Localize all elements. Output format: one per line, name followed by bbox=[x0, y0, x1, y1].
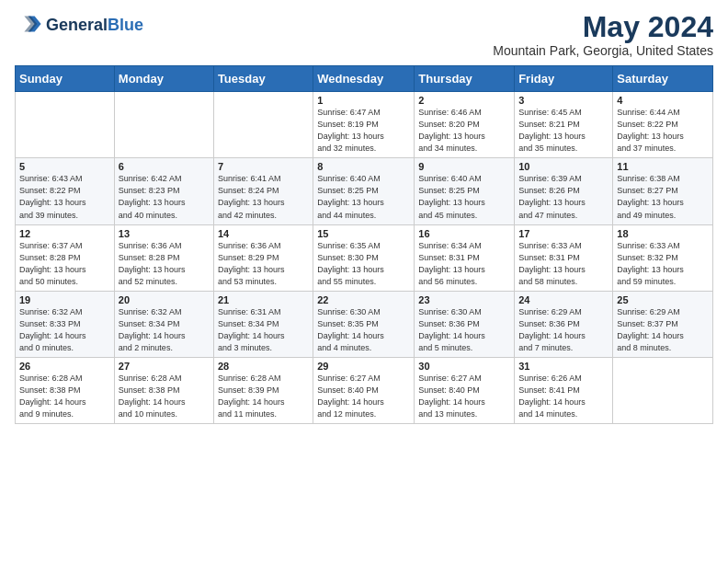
logo-text: GeneralBlue bbox=[46, 17, 143, 35]
calendar-cell: 22Sunrise: 6:30 AM Sunset: 8:35 PM Dayli… bbox=[313, 291, 415, 357]
day-info: Sunrise: 6:27 AM Sunset: 8:40 PM Dayligh… bbox=[418, 373, 510, 420]
day-number: 27 bbox=[119, 361, 210, 372]
day-number: 31 bbox=[518, 361, 609, 372]
day-info: Sunrise: 6:45 AM Sunset: 8:21 PM Dayligh… bbox=[518, 107, 609, 155]
calendar-header-thursday: Thursday bbox=[415, 66, 515, 92]
day-number: 22 bbox=[317, 294, 410, 305]
calendar-cell: 7Sunrise: 6:41 AM Sunset: 8:24 PM Daylig… bbox=[213, 158, 313, 224]
day-number: 13 bbox=[119, 228, 210, 239]
day-number: 23 bbox=[418, 294, 510, 305]
day-number: 8 bbox=[317, 161, 410, 172]
day-info: Sunrise: 6:44 AM Sunset: 8:22 PM Dayligh… bbox=[617, 107, 709, 155]
day-number: 20 bbox=[119, 294, 210, 305]
day-number: 24 bbox=[518, 294, 609, 305]
calendar-cell: 5Sunrise: 6:43 AM Sunset: 8:22 PM Daylig… bbox=[16, 158, 115, 224]
calendar-cell: 4Sunrise: 6:44 AM Sunset: 8:22 PM Daylig… bbox=[613, 92, 713, 158]
day-info: Sunrise: 6:29 AM Sunset: 8:37 PM Dayligh… bbox=[617, 306, 709, 354]
calendar-cell: 16Sunrise: 6:34 AM Sunset: 8:31 PM Dayli… bbox=[415, 224, 515, 291]
calendar-cell: 28Sunrise: 6:28 AM Sunset: 8:39 PM Dayli… bbox=[213, 357, 313, 423]
day-number: 29 bbox=[317, 361, 410, 372]
calendar-cell: 21Sunrise: 6:31 AM Sunset: 8:34 PM Dayli… bbox=[213, 291, 313, 357]
day-info: Sunrise: 6:29 AM Sunset: 8:36 PM Dayligh… bbox=[518, 306, 609, 354]
main-title: May 2024 bbox=[493, 11, 713, 43]
calendar-table: SundayMondayTuesdayWednesdayThursdayFrid… bbox=[15, 65, 713, 424]
day-number: 3 bbox=[518, 95, 609, 106]
calendar-cell: 29Sunrise: 6:27 AM Sunset: 8:40 PM Dayli… bbox=[313, 357, 415, 423]
day-number: 9 bbox=[418, 161, 510, 172]
day-number: 25 bbox=[617, 294, 709, 305]
calendar-cell: 23Sunrise: 6:30 AM Sunset: 8:36 PM Dayli… bbox=[415, 291, 515, 357]
calendar-week-row: 1Sunrise: 6:47 AM Sunset: 8:19 PM Daylig… bbox=[16, 92, 713, 158]
subtitle: Mountain Park, Georgia, United States bbox=[493, 43, 713, 58]
calendar-header-sunday: Sunday bbox=[16, 66, 115, 92]
day-info: Sunrise: 6:42 AM Sunset: 8:23 PM Dayligh… bbox=[119, 173, 210, 221]
calendar-week-row: 5Sunrise: 6:43 AM Sunset: 8:22 PM Daylig… bbox=[16, 158, 713, 224]
calendar-cell: 14Sunrise: 6:36 AM Sunset: 8:29 PM Dayli… bbox=[213, 224, 313, 291]
day-info: Sunrise: 6:37 AM Sunset: 8:28 PM Dayligh… bbox=[19, 240, 110, 288]
calendar-header-row: SundayMondayTuesdayWednesdayThursdayFrid… bbox=[16, 66, 713, 92]
calendar-cell: 19Sunrise: 6:32 AM Sunset: 8:33 PM Dayli… bbox=[16, 291, 115, 357]
day-number: 21 bbox=[218, 294, 309, 305]
day-info: Sunrise: 6:33 AM Sunset: 8:32 PM Dayligh… bbox=[617, 240, 709, 288]
day-info: Sunrise: 6:35 AM Sunset: 8:30 PM Dayligh… bbox=[317, 240, 410, 288]
calendar-header-tuesday: Tuesday bbox=[213, 66, 313, 92]
day-info: Sunrise: 6:27 AM Sunset: 8:40 PM Dayligh… bbox=[317, 373, 410, 420]
day-info: Sunrise: 6:28 AM Sunset: 8:38 PM Dayligh… bbox=[119, 373, 210, 420]
day-info: Sunrise: 6:28 AM Sunset: 8:38 PM Dayligh… bbox=[19, 373, 110, 420]
calendar-cell: 13Sunrise: 6:36 AM Sunset: 8:28 PM Dayli… bbox=[114, 224, 213, 291]
calendar-cell: 27Sunrise: 6:28 AM Sunset: 8:38 PM Dayli… bbox=[114, 357, 213, 423]
day-info: Sunrise: 6:36 AM Sunset: 8:29 PM Dayligh… bbox=[218, 240, 309, 288]
calendar-cell: 1Sunrise: 6:47 AM Sunset: 8:19 PM Daylig… bbox=[313, 92, 415, 158]
day-number: 28 bbox=[218, 361, 309, 372]
calendar-cell: 25Sunrise: 6:29 AM Sunset: 8:37 PM Dayli… bbox=[613, 291, 713, 357]
day-info: Sunrise: 6:47 AM Sunset: 8:19 PM Dayligh… bbox=[317, 107, 410, 155]
day-info: Sunrise: 6:31 AM Sunset: 8:34 PM Dayligh… bbox=[218, 306, 309, 354]
calendar-cell: 10Sunrise: 6:39 AM Sunset: 8:26 PM Dayli… bbox=[515, 158, 613, 224]
day-info: Sunrise: 6:40 AM Sunset: 8:25 PM Dayligh… bbox=[317, 173, 410, 221]
calendar-header-wednesday: Wednesday bbox=[313, 66, 415, 92]
day-info: Sunrise: 6:41 AM Sunset: 8:24 PM Dayligh… bbox=[218, 173, 309, 221]
logo: GeneralBlue bbox=[15, 11, 143, 40]
day-number: 6 bbox=[119, 161, 210, 172]
calendar-header-saturday: Saturday bbox=[613, 66, 713, 92]
day-info: Sunrise: 6:26 AM Sunset: 8:41 PM Dayligh… bbox=[518, 373, 609, 420]
day-info: Sunrise: 6:33 AM Sunset: 8:31 PM Dayligh… bbox=[518, 240, 609, 288]
day-info: Sunrise: 6:40 AM Sunset: 8:25 PM Dayligh… bbox=[418, 173, 510, 221]
day-number: 14 bbox=[218, 228, 309, 239]
calendar-week-row: 12Sunrise: 6:37 AM Sunset: 8:28 PM Dayli… bbox=[16, 224, 713, 291]
day-number: 5 bbox=[19, 161, 110, 172]
calendar-header-friday: Friday bbox=[515, 66, 613, 92]
calendar-cell: 26Sunrise: 6:28 AM Sunset: 8:38 PM Dayli… bbox=[16, 357, 115, 423]
calendar-cell: 11Sunrise: 6:38 AM Sunset: 8:27 PM Dayli… bbox=[613, 158, 713, 224]
day-number: 4 bbox=[617, 95, 709, 106]
day-number: 16 bbox=[418, 228, 510, 239]
day-number: 15 bbox=[317, 228, 410, 239]
calendar-week-row: 26Sunrise: 6:28 AM Sunset: 8:38 PM Dayli… bbox=[16, 357, 713, 423]
day-number: 19 bbox=[19, 294, 110, 305]
day-info: Sunrise: 6:28 AM Sunset: 8:39 PM Dayligh… bbox=[218, 373, 309, 420]
calendar-cell: 18Sunrise: 6:33 AM Sunset: 8:32 PM Dayli… bbox=[613, 224, 713, 291]
calendar-cell: 9Sunrise: 6:40 AM Sunset: 8:25 PM Daylig… bbox=[415, 158, 515, 224]
header: GeneralBlue May 2024 Mountain Park, Geor… bbox=[15, 11, 713, 58]
logo-icon bbox=[17, 11, 42, 37]
day-info: Sunrise: 6:34 AM Sunset: 8:31 PM Dayligh… bbox=[418, 240, 510, 288]
calendar-cell: 20Sunrise: 6:32 AM Sunset: 8:34 PM Dayli… bbox=[114, 291, 213, 357]
day-info: Sunrise: 6:30 AM Sunset: 8:36 PM Dayligh… bbox=[418, 306, 510, 354]
day-number: 12 bbox=[19, 228, 110, 239]
calendar-cell: 15Sunrise: 6:35 AM Sunset: 8:30 PM Dayli… bbox=[313, 224, 415, 291]
day-number: 7 bbox=[218, 161, 309, 172]
calendar-cell bbox=[114, 92, 213, 158]
calendar-cell: 3Sunrise: 6:45 AM Sunset: 8:21 PM Daylig… bbox=[515, 92, 613, 158]
calendar-cell: 12Sunrise: 6:37 AM Sunset: 8:28 PM Dayli… bbox=[16, 224, 115, 291]
day-info: Sunrise: 6:36 AM Sunset: 8:28 PM Dayligh… bbox=[119, 240, 210, 288]
calendar-cell: 31Sunrise: 6:26 AM Sunset: 8:41 PM Dayli… bbox=[515, 357, 613, 423]
calendar-cell bbox=[613, 357, 713, 423]
title-block: May 2024 Mountain Park, Georgia, United … bbox=[493, 11, 713, 58]
day-info: Sunrise: 6:32 AM Sunset: 8:33 PM Dayligh… bbox=[19, 306, 110, 354]
day-number: 30 bbox=[418, 361, 510, 372]
calendar-week-row: 19Sunrise: 6:32 AM Sunset: 8:33 PM Dayli… bbox=[16, 291, 713, 357]
calendar-cell bbox=[16, 92, 115, 158]
day-number: 17 bbox=[518, 228, 609, 239]
day-info: Sunrise: 6:32 AM Sunset: 8:34 PM Dayligh… bbox=[119, 306, 210, 354]
day-info: Sunrise: 6:38 AM Sunset: 8:27 PM Dayligh… bbox=[617, 173, 709, 221]
